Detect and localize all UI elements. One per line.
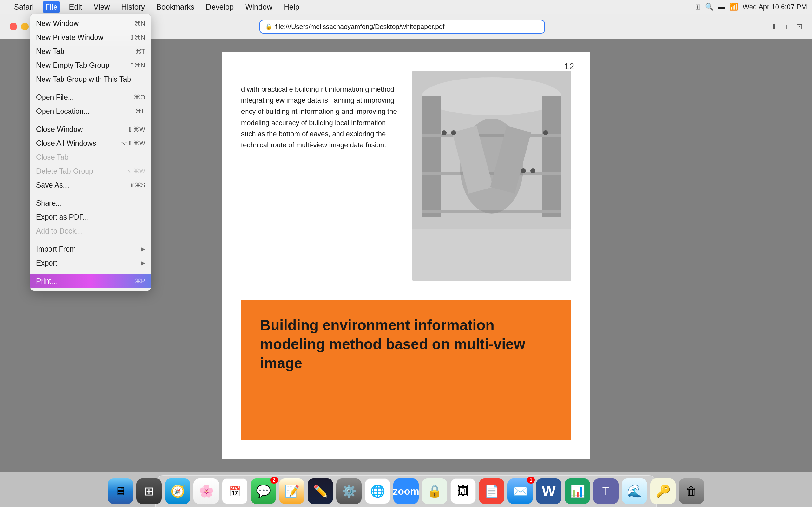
- dock-item-finder[interactable]: 🖥: [108, 478, 133, 504]
- menubar-view[interactable]: View: [91, 1, 113, 13]
- url-text: file:///Users/melissachaoyamfong/Desktop…: [275, 23, 444, 31]
- menubar-window[interactable]: Window: [243, 1, 275, 13]
- dock-item-preview[interactable]: 🖼: [450, 478, 476, 504]
- menu-shortcut-open-location: ⌘L: [136, 107, 145, 115]
- menu-label-close-all-windows: Close All Windows: [36, 139, 120, 148]
- acrobat-icon: 📄: [484, 484, 499, 498]
- menubar-history[interactable]: History: [119, 1, 148, 13]
- menubar-bookmarks[interactable]: Bookmarks: [154, 1, 197, 13]
- menu-shortcut-print: ⌘P: [135, 277, 145, 285]
- pdf-building-image: [412, 71, 571, 229]
- menu-label-new-window: New Window: [36, 19, 135, 28]
- page-number: 12: [564, 61, 574, 72]
- launchpad-icon: ⊞: [144, 484, 154, 498]
- dock-item-chrome[interactable]: 🌐: [365, 478, 390, 504]
- dock-item-numbers[interactable]: 📊: [565, 478, 590, 504]
- menu-label-open-file: Open File...: [36, 93, 134, 102]
- menubar-safari[interactable]: Safari: [11, 1, 37, 13]
- menu-item-new-tab[interactable]: New Tab ⌘T: [31, 44, 151, 58]
- svg-point-1: [422, 77, 561, 115]
- chrome-icon: 🌐: [370, 484, 385, 498]
- dock-item-messages[interactable]: 💬 2: [251, 478, 276, 504]
- menu-item-close-all-windows[interactable]: Close All Windows ⌥⇧⌘W: [31, 136, 151, 150]
- url-bar[interactable]: 🔒 file:///Users/melissachaoyamfong/Deskt…: [259, 20, 545, 34]
- dock-item-notes[interactable]: 📝: [279, 478, 305, 504]
- menu-label-delete-tab-group: Delete Tab Group: [36, 167, 125, 176]
- dock-item-keychain[interactable]: 🔑: [650, 478, 676, 504]
- dock-item-zoom[interactable]: zoom: [393, 478, 419, 504]
- file-dropdown-menu: New Window ⌘N New Private Window ⇧⌘N New…: [31, 14, 151, 291]
- dock-item-launchpad[interactable]: ⊞: [136, 478, 162, 504]
- menu-section-open: Open File... ⌘O Open Location... ⌘L: [31, 90, 151, 119]
- menubar-develop[interactable]: Develop: [203, 1, 236, 13]
- calendar-icon: 📅: [229, 486, 241, 497]
- dock-item-acrobat[interactable]: 📄: [479, 478, 504, 504]
- dock-item-word[interactable]: W: [536, 478, 561, 504]
- menu-shortcut-new-private-window: ⇧⌘N: [129, 34, 145, 41]
- dock-item-system-prefs[interactable]: ⚙️: [336, 478, 362, 504]
- menu-item-open-location[interactable]: Open Location... ⌘L: [31, 104, 151, 118]
- pdf-text-column: d with practical e building nt informati…: [241, 71, 400, 281]
- menu-item-new-private-window[interactable]: New Private Window ⇧⌘N: [31, 31, 151, 44]
- dock-item-mullvad[interactable]: 🔒: [422, 478, 447, 504]
- wavy-icon: 🌊: [627, 484, 642, 498]
- dock-item-calendar[interactable]: 📅: [222, 478, 247, 504]
- menu-item-export-pdf[interactable]: Export as PDF...: [31, 210, 151, 224]
- dock-item-mail[interactable]: ✉️ 1: [507, 478, 533, 504]
- teams-icon: T: [602, 485, 609, 498]
- menu-label-open-location: Open Location...: [36, 107, 136, 116]
- svg-point-11: [451, 130, 456, 135]
- new-tab-icon[interactable]: ＋: [783, 21, 791, 32]
- dock-item-safari[interactable]: 🧭: [165, 478, 190, 504]
- menu-item-import-from[interactable]: Import From ▶: [31, 242, 151, 256]
- menu-item-new-tab-group-with-tab[interactable]: New Tab Group with This Tab: [31, 72, 151, 86]
- menu-item-new-window[interactable]: New Window ⌘N: [31, 16, 151, 31]
- lock-icon: 🔒: [265, 23, 272, 30]
- share-icon[interactable]: ⬆: [771, 22, 777, 31]
- menubar-left: Safari File Edit View History Bookmarks …: [5, 1, 302, 13]
- menu-shortcut-save-as: ⇧⌘S: [130, 181, 145, 189]
- menu-item-export[interactable]: Export ▶: [31, 256, 151, 270]
- minimize-button[interactable]: [21, 23, 29, 31]
- menu-section-new: New Window ⌘N New Private Window ⇧⌘N New…: [31, 16, 151, 87]
- menu-item-share[interactable]: Share...: [31, 196, 151, 210]
- dock-item-teams[interactable]: T: [593, 478, 618, 504]
- dock-item-freeform[interactable]: ✏️: [308, 478, 333, 504]
- menu-divider-2: [31, 120, 151, 120]
- close-button[interactable]: [9, 23, 17, 31]
- menubar-edit[interactable]: Edit: [66, 1, 84, 13]
- menu-shortcut-open-file: ⌘O: [134, 94, 145, 101]
- search-icon[interactable]: 🔍: [705, 3, 714, 11]
- menu-item-add-to-dock: Add to Dock...: [31, 224, 151, 238]
- menu-label-save-as: Save As...: [36, 181, 130, 189]
- keychain-icon: 🔑: [656, 484, 670, 498]
- building-interior-svg: [412, 71, 571, 229]
- menu-item-new-empty-tab-group[interactable]: New Empty Tab Group ⌃⌘N: [31, 58, 151, 72]
- menu-shortcut-new-empty-tab-group: ⌃⌘N: [129, 61, 145, 69]
- export-arrow-icon: ▶: [141, 260, 145, 267]
- system-time: Wed Apr 10 6:07 PM: [743, 3, 807, 11]
- control-center-icon[interactable]: ⊞: [695, 3, 701, 11]
- menu-divider-3: [31, 194, 151, 194]
- import-from-arrow-icon: ▶: [141, 245, 145, 252]
- menu-label-new-tab: New Tab: [36, 47, 135, 56]
- wifi-icon: 📶: [729, 3, 738, 11]
- battery-icon: ▬: [718, 3, 725, 11]
- preview-icon: 🖼: [457, 485, 469, 498]
- notes-icon: 📝: [285, 484, 299, 498]
- menubar-help[interactable]: Help: [281, 1, 302, 13]
- menu-item-save-as[interactable]: Save As... ⇧⌘S: [31, 178, 151, 192]
- safari-app-icon: 🧭: [170, 484, 185, 498]
- dock-item-trash[interactable]: 🗑: [679, 478, 704, 504]
- menu-item-open-file[interactable]: Open File... ⌘O: [31, 90, 151, 104]
- dock-item-photos[interactable]: 🌸: [194, 478, 219, 504]
- menubar-file[interactable]: File: [43, 1, 60, 13]
- menu-item-print[interactable]: Print... ⌘P: [31, 274, 151, 288]
- menu-item-close-window[interactable]: Close Window ⇧⌘W: [31, 122, 151, 136]
- svg-rect-3: [542, 96, 561, 217]
- menu-shortcut-new-tab: ⌘T: [135, 48, 145, 55]
- sidebar-icon[interactable]: ⊡: [796, 22, 803, 31]
- system-prefs-icon: ⚙️: [342, 484, 357, 498]
- menu-item-close-tab: Close Tab: [31, 150, 151, 164]
- dock-item-wavy[interactable]: 🌊: [622, 478, 647, 504]
